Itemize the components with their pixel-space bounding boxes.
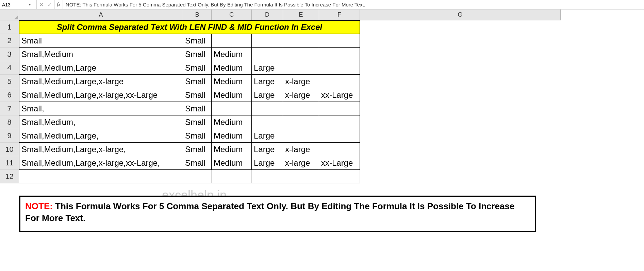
row-header-10[interactable]: 10 [0,143,19,156]
cell-E5[interactable]: x-large [283,75,319,88]
row-header-4[interactable]: 4 [0,61,19,75]
row-header-8[interactable]: 8 [0,115,19,129]
cell-F4[interactable] [319,61,360,75]
cell-F1[interactable] [319,20,360,34]
cell-A1[interactable] [19,20,183,34]
cell-D9[interactable]: Large [252,129,283,143]
cell-F5[interactable] [319,75,360,88]
cell-D4[interactable]: Large [252,61,283,75]
cell-B6[interactable]: Small [183,88,212,102]
cell-F11[interactable]: xx-Large [319,156,360,170]
cell-C11[interactable]: Medium [212,156,252,170]
cell-C2[interactable] [212,34,252,48]
cell-D7[interactable] [252,102,283,115]
cell-F8[interactable] [319,115,360,129]
cell-D5[interactable]: Large [252,75,283,88]
row-header-6[interactable]: 6 [0,88,19,102]
cancel-icon[interactable]: ✕ [38,1,45,8]
cell-A3[interactable]: Small,Medium [19,48,183,61]
cell-C10[interactable]: Medium [212,143,252,156]
cell-D12[interactable] [252,170,283,183]
row-header-7[interactable]: 7 [0,102,19,115]
cell-F2[interactable] [319,34,360,48]
name-box[interactable] [0,1,27,8]
cell-A5[interactable]: Small,Medium,Large,x-large [19,75,183,88]
cell-E11[interactable]: x-large [283,156,319,170]
title-cell[interactable] [212,20,252,34]
cell-A11[interactable]: Small,Medium,Large,x-large,xx-Large, [19,156,183,170]
column-headers: A B C D E F G [19,10,561,20]
cell-B12[interactable] [183,170,212,183]
row-header-2[interactable]: 2 [0,34,19,48]
cell-B7[interactable]: Small [183,102,212,115]
cell-A8[interactable]: Small,Medium, [19,115,183,129]
col-header-C[interactable]: C [212,10,252,20]
cell-E4[interactable] [283,61,319,75]
cell-A9[interactable]: Small,Medium,Large, [19,129,183,143]
cell-A7[interactable]: Small, [19,102,183,115]
row-header-1[interactable]: 1 [0,20,19,34]
cell-E12[interactable] [283,170,319,183]
name-box-dropdown-icon[interactable]: ▾ [27,1,33,8]
cell-B10[interactable]: Small [183,143,212,156]
cell-D3[interactable] [252,48,283,61]
cell-A2[interactable]: Small [19,34,183,48]
cell-E7[interactable] [283,102,319,115]
cell-F7[interactable] [319,102,360,115]
cell-D11[interactable]: Large [252,156,283,170]
cell-C9[interactable]: Medium [212,129,252,143]
cell-F6[interactable]: xx-Large [319,88,360,102]
cell-C12[interactable] [212,170,252,183]
cell-B1[interactable] [183,20,212,34]
cell-B11[interactable]: Small [183,156,212,170]
cell-D10[interactable]: Large [252,143,283,156]
col-header-E[interactable]: E [283,10,319,20]
row-header-5[interactable]: 5 [0,75,19,88]
cell-A12[interactable] [19,170,183,183]
cell-A10[interactable]: Small,Medium,Large,x-large, [19,143,183,156]
col-header-B[interactable]: B [183,10,212,20]
select-all-corner[interactable] [0,10,19,20]
cell-C4[interactable]: Medium [212,61,252,75]
enter-icon[interactable]: ✓ [46,1,53,8]
fx-icon[interactable]: fx [54,0,63,9]
cell-E10[interactable]: x-large [283,143,319,156]
row-header-3[interactable]: 3 [0,48,19,61]
cell-C6[interactable]: Medium [212,88,252,102]
cell-E1[interactable] [283,20,319,34]
cell-E6[interactable]: x-large [283,88,319,102]
cell-B3[interactable]: Small [183,48,212,61]
col-header-F[interactable]: F [319,10,360,20]
cell-A6[interactable]: Small,Medium,Large,x-large,xx-Large [19,88,183,102]
cell-F12[interactable] [319,170,360,183]
cell-E9[interactable] [283,129,319,143]
cell-F10[interactable] [319,143,360,156]
cell-E8[interactable] [283,115,319,129]
row-header-12[interactable]: 12 [0,170,19,183]
cell-C7[interactable] [212,102,252,115]
cell-B2[interactable]: Small [183,34,212,48]
col-header-G[interactable]: G [360,10,561,20]
cell-D1[interactable] [252,20,283,34]
cell-C5[interactable]: Medium [212,75,252,88]
cell-E2[interactable] [283,34,319,48]
cell-A4[interactable]: Small,Medium,Large [19,61,183,75]
cell-B9[interactable]: Small [183,129,212,143]
note-box[interactable]: NOTE: This Formula Works For 5 Comma Sep… [19,196,536,232]
cell-C3[interactable]: Medium [212,48,252,61]
cell-D2[interactable] [252,34,283,48]
cell-E3[interactable] [283,48,319,61]
cell-B8[interactable]: Small [183,115,212,129]
cell-B5[interactable]: Small [183,75,212,88]
cell-C8[interactable]: Medium [212,115,252,129]
col-header-A[interactable]: A [19,10,183,20]
cell-B4[interactable]: Small [183,61,212,75]
formula-input[interactable] [63,1,644,8]
cell-D8[interactable] [252,115,283,129]
row-header-11[interactable]: 11 [0,156,19,170]
row-header-9[interactable]: 9 [0,129,19,143]
cell-D6[interactable]: Large [252,88,283,102]
cell-F3[interactable] [319,48,360,61]
cell-F9[interactable] [319,129,360,143]
col-header-D[interactable]: D [252,10,283,20]
